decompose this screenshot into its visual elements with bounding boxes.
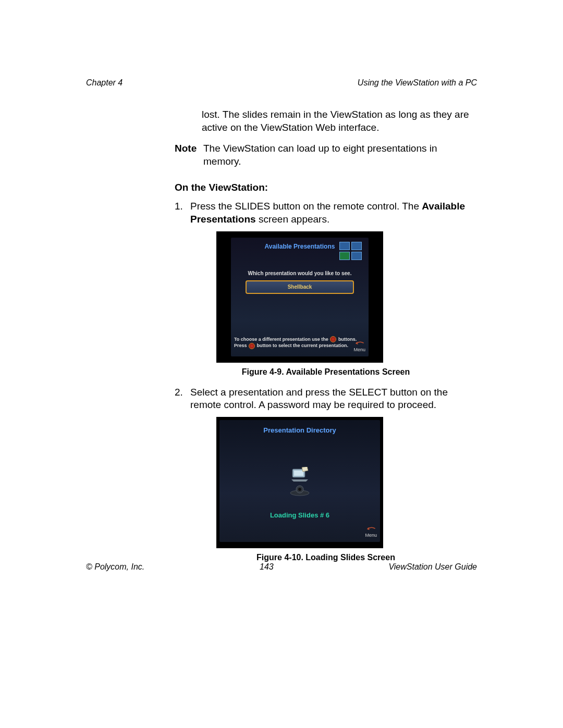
svg-rect-2 (302, 467, 308, 472)
hint-text: Press (234, 343, 248, 348)
loading-status-text: Loading Slides # 6 (219, 511, 380, 520)
step-1-text: Press the SLIDES button on the remote co… (190, 200, 477, 226)
menu-indicator: Menu (365, 527, 377, 539)
document-page: Chapter 4 Using the ViewStation with a P… (0, 0, 563, 728)
footer-page-number: 143 (260, 562, 274, 572)
continuation-paragraph: lost. The slides remain in the ViewStati… (202, 108, 477, 134)
section-heading: On the ViewStation: (175, 181, 477, 194)
loading-graphic (219, 467, 380, 496)
note-label: Note (175, 142, 203, 168)
figure-4-10: Presentation Directory (216, 417, 477, 548)
step-2: 2. Select a presentation and press the S… (175, 386, 477, 412)
presentation-select-bar: Shellback (246, 280, 354, 294)
computer-icon (289, 467, 310, 483)
menu-label: Menu (353, 347, 365, 352)
header-section: Using the ViewStation with a PC (358, 78, 477, 88)
selected-presentation-name: Shellback (288, 283, 312, 290)
menu-label: Menu (365, 533, 377, 538)
header-chapter: Chapter 4 (86, 78, 123, 88)
list-marker: 1. (175, 200, 190, 226)
figure-4-9: Available Presentations Which presentati… (216, 231, 477, 363)
svg-point-5 (298, 488, 301, 491)
thumbnail-icon (351, 242, 362, 250)
screen-prompt: Which presentation would you like to see… (231, 270, 369, 277)
page-content: lost. The slides remain in the ViewStati… (86, 108, 477, 563)
page-header: Chapter 4 Using the ViewStation with a P… (86, 78, 477, 88)
back-arrow-icon (365, 527, 377, 532)
screen-inner: Available Presentations Which presentati… (231, 238, 369, 356)
thumbnail-grid (339, 242, 364, 260)
hint-text: To choose a different presentation use t… (234, 337, 329, 342)
hint-text: buttons. (337, 337, 357, 342)
footer-copyright: © Polycom, Inc. (86, 562, 144, 572)
menu-indicator: Menu (353, 341, 365, 353)
screen-hint: To choose a different presentation use t… (234, 336, 365, 349)
screen-title: Presentation Directory (219, 420, 380, 435)
viewstation-device-icon (289, 485, 311, 496)
page-footer: © Polycom, Inc. 143 ViewStation User Gui… (86, 562, 477, 572)
note-block: Note The ViewStation can load up to eigh… (175, 142, 477, 168)
loading-slides-screen: Presentation Directory (216, 417, 383, 548)
thumbnail-icon (339, 252, 350, 260)
hint-text: button to select the current presentatio… (255, 343, 348, 348)
thumbnail-icon (339, 242, 350, 250)
note-text: The ViewStation can load up to eight pre… (203, 142, 477, 168)
step-1-pre: Press the SLIDES button on the remote co… (190, 201, 422, 212)
thumbnail-icon (351, 252, 362, 260)
remote-button-icon (330, 336, 336, 342)
step-1: 1. Press the SLIDES button on the remote… (175, 200, 477, 226)
step-2-text: Select a presentation and press the SELE… (190, 386, 477, 412)
screen-inner: Presentation Directory (219, 420, 380, 542)
figure-4-9-caption: Figure 4-9. Available Presentations Scre… (175, 367, 477, 378)
back-arrow-icon (354, 341, 365, 347)
svg-rect-1 (294, 471, 303, 476)
footer-doc-title: ViewStation User Guide (388, 562, 477, 572)
figure-4-10-caption: Figure 4-10. Loading Slides Screen (175, 552, 477, 563)
available-presentations-screen: Available Presentations Which presentati… (216, 231, 383, 363)
list-marker: 2. (175, 386, 190, 412)
remote-button-icon (249, 343, 255, 349)
step-1-post: screen appears. (256, 214, 330, 225)
